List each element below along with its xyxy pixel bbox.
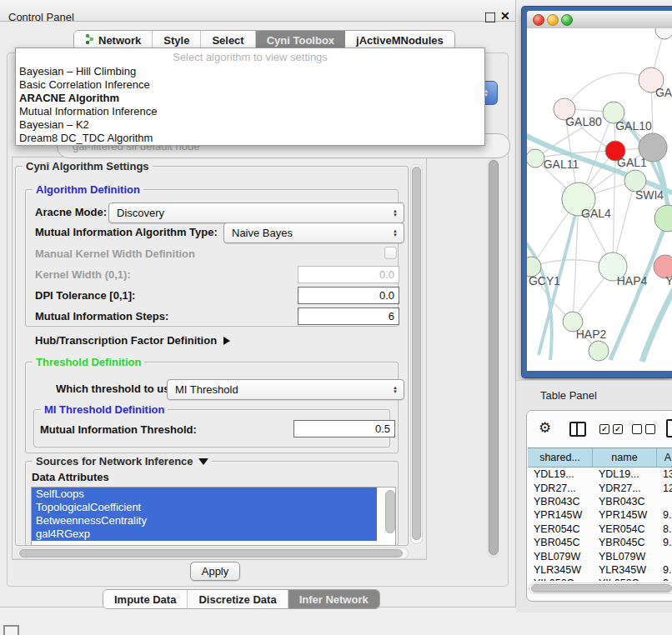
list-item[interactable]: gal4RGexp	[32, 528, 377, 541]
tab-network[interactable]: Network	[74, 31, 153, 49]
panel-vscrollbar[interactable]	[487, 158, 499, 558]
tab-label: Network	[98, 34, 141, 47]
table-cell[interactable]: 9.	[657, 563, 672, 577]
node-label: HAP2	[576, 328, 607, 341]
table-cell[interactable]: 9.	[657, 536, 672, 549]
table-cell[interactable]: YIL052C	[528, 577, 593, 581]
table-cell[interactable]: YDL19...	[528, 468, 593, 481]
table-cell[interactable]: YPR145W	[528, 508, 593, 522]
table-cell[interactable]: YBR043C	[593, 495, 657, 508]
list-item[interactable]: BetweennessCentrality	[32, 514, 377, 528]
mi-threshold-field[interactable]: 0.5	[293, 420, 395, 438]
table-row[interactable]: YBR043CYBR043C	[528, 495, 672, 508]
table-cell[interactable]: 9	[657, 577, 672, 581]
which-threshold-combo[interactable]: MI Threshold ▲▼	[167, 379, 404, 400]
tab-impute-data[interactable]: Impute Data	[103, 590, 188, 608]
column-header-shared[interactable]: shared...	[528, 448, 593, 467]
tab-jactivemnodules[interactable]: jActiveMNodules	[345, 31, 454, 49]
table-cell[interactable]: YBL079W	[593, 549, 657, 562]
dropdown-item[interactable]: Dream8 DC_TDC Algorithm	[16, 132, 484, 145]
table-cell[interactable]: YER054C	[593, 522, 657, 536]
minimize-traffic-light[interactable]	[547, 14, 559, 26]
mi-type-combo[interactable]: Naive Bayes ▲▼	[223, 222, 404, 243]
table-cell[interactable]: 9.	[657, 508, 672, 522]
table-row[interactable]: YIL052CYIL052C9	[528, 577, 672, 581]
deselect-all-icon-2[interactable]	[645, 424, 655, 434]
table-cell[interactable]: 12	[657, 481, 672, 494]
table-cell[interactable]: YDL19...	[593, 468, 657, 481]
apply-button[interactable]: Apply	[190, 562, 240, 581]
dropdown-item[interactable]: Mutual Information Inference	[16, 105, 484, 118]
table-cell[interactable]: YDR27...	[593, 481, 657, 494]
mi-steps-field[interactable]: 6	[298, 308, 399, 325]
aracne-mode-combo[interactable]: Discovery ▲▼	[108, 202, 404, 223]
network-node[interactable]	[527, 149, 544, 168]
network-node[interactable]	[589, 341, 609, 361]
table-row[interactable]: YDL19...YDL19...13	[528, 468, 672, 481]
bottom-tabs: Impute Data Discretize Data Infer Networ…	[103, 589, 380, 609]
kernel-width-field[interactable]: 0.0	[298, 266, 399, 283]
network-canvas[interactable]: GALGAL80GAL10GAL11GAL1GAL4SWI4GCY1HAP4YH…	[527, 28, 672, 371]
float-window-icon[interactable]	[485, 12, 495, 22]
tab-select[interactable]: Select	[201, 31, 255, 49]
table-cell[interactable]: YIL052C	[593, 577, 657, 581]
select-all-icon[interactable]: ✓	[599, 424, 609, 434]
column-header-name[interactable]: name	[593, 448, 657, 467]
tab-infer-network[interactable]: Infer Network	[288, 590, 379, 608]
network-node[interactable]	[654, 205, 672, 232]
table-cell[interactable]: YBL079W	[528, 549, 593, 562]
table-cell[interactable]: YLR345W	[593, 563, 657, 577]
list-item[interactable]: TopologicalCoefficient	[32, 501, 377, 514]
sources-title[interactable]: Sources for Network Inference	[33, 455, 212, 468]
table-cell[interactable]: YBR045C	[528, 536, 593, 549]
dpi-tolerance-label: DPI Tolerance [0,1]:	[35, 289, 135, 302]
dropdown-item[interactable]: Bayesian – Hill Climbing	[16, 65, 484, 78]
tab-cyni-toolbox[interactable]: Cyni Toolbox	[256, 31, 345, 49]
zoom-traffic-light[interactable]	[561, 14, 573, 26]
table-row[interactable]: YBL079WYBL079W	[528, 549, 672, 562]
table-cell[interactable]: YLR345W	[528, 563, 593, 577]
tab-style[interactable]: Style	[153, 31, 201, 49]
table-row[interactable]: YPR145WYPR145W9.	[528, 508, 672, 522]
minimized-panel-icon[interactable]	[3, 625, 19, 635]
data-attributes-list[interactable]: SelfLoops TopologicalCoefficient Between…	[31, 487, 396, 546]
table-cell[interactable]: YBR045C	[593, 536, 657, 549]
table-cell[interactable]: 13	[657, 468, 672, 481]
table-cell[interactable]: YPR145W	[593, 508, 657, 522]
gear-icon[interactable]: ⚙	[539, 421, 551, 435]
table-cell[interactable]: 8.	[657, 522, 672, 536]
tab-discretize-data[interactable]: Discretize Data	[188, 590, 288, 608]
table-row[interactable]: YLR345WYLR345W9.	[528, 563, 672, 577]
table-row[interactable]: YDR27...YDR27...12	[528, 481, 672, 494]
table-cell[interactable]	[657, 495, 672, 508]
list-item[interactable]: SelfLoops	[32, 488, 377, 501]
deselect-all-icon[interactable]	[632, 424, 642, 434]
dropdown-item[interactable]: Basic Correlation Inference	[16, 78, 484, 92]
node-label: GAL1	[617, 156, 647, 169]
control-panel-titlebar	[0, 0, 515, 22]
manual-kernel-checkbox[interactable]	[384, 247, 397, 259]
close-icon[interactable]: ✕	[500, 9, 510, 22]
list-scrollbar[interactable]	[385, 490, 394, 542]
hub-definition-toggle[interactable]: Hub/Transcription Factor Definition	[35, 334, 230, 347]
select-all-icon-2[interactable]: ✓	[613, 424, 623, 434]
network-node[interactable]	[655, 28, 672, 39]
table-cell[interactable]: YER054C	[528, 522, 593, 536]
settings-hscrollbar[interactable]	[17, 548, 409, 559]
settings-vscrollbar[interactable]	[410, 164, 423, 544]
document-icon[interactable]	[666, 419, 672, 438]
dpi-tolerance-field[interactable]: 0.0	[298, 287, 399, 304]
table-row[interactable]: YER054CYER054C8.	[528, 522, 672, 536]
table-hscrollbar[interactable]	[529, 582, 672, 594]
table-row[interactable]: YBR045CYBR045C9.	[528, 536, 672, 549]
split-columns-icon[interactable]	[569, 422, 586, 437]
table-cell[interactable]	[657, 549, 672, 562]
mi-type-label: Mutual Information Algorithm Type:	[35, 226, 218, 238]
table-cell[interactable]: YBR043C	[528, 495, 593, 508]
dropdown-item[interactable]: Bayesian – K2	[16, 118, 484, 132]
column-header-partial[interactable]: A	[657, 448, 672, 467]
dropdown-item-selected[interactable]: ARACNE Algorithm	[16, 92, 484, 105]
mi-threshold-label: Mutual Information Threshold:	[40, 423, 197, 436]
table-cell[interactable]: YDR27...	[528, 481, 593, 494]
close-traffic-light[interactable]	[533, 14, 544, 26]
